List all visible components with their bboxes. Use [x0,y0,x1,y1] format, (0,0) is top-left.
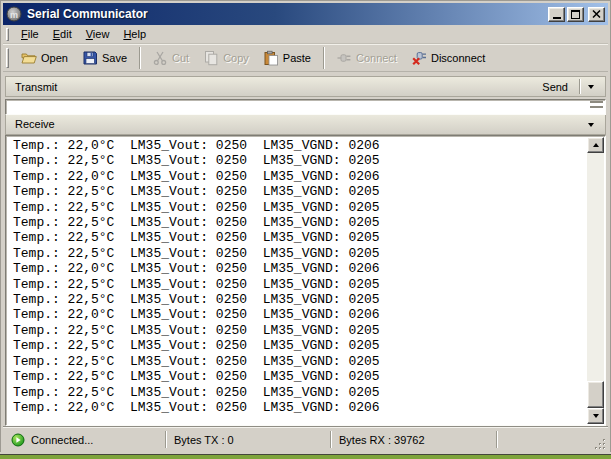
app-window: m Serial Communicator File Edit View Hel… [0,0,611,459]
menu-help[interactable]: Help [116,26,153,42]
transmit-header: Transmit Send [5,76,606,97]
receive-scrollbar[interactable] [587,137,604,424]
connection-status-text: Connected... [31,434,93,446]
receive-line: Temp.: 22,5°C LM35_Vout: 0250 LM35_VGND:… [13,292,587,307]
transmit-header-actions: Send [532,77,601,96]
status-empty-panel [497,427,608,452]
receive-line: Temp.: 22,5°C LM35_Vout: 0250 LM35_VGND:… [13,323,587,338]
transmit-input-row [5,97,606,113]
copy-button[interactable]: Copy [196,46,256,70]
connection-status-icon [11,433,25,447]
close-icon [592,10,601,18]
toolbar-gripper[interactable] [6,48,9,68]
receive-header-actions [581,114,601,134]
receive-line: Temp.: 22,5°C LM35_Vout: 0250 LM35_VGND:… [13,200,587,215]
cut-scissors-icon [152,50,168,66]
svg-text:m: m [10,10,18,20]
toolbar: Open Save Cut [3,44,608,72]
receive-line: Temp.: 22,0°C LM35_Vout: 0250 LM35_VGND:… [13,261,587,276]
receive-line: Temp.: 22,5°C LM35_Vout: 0250 LM35_VGND:… [13,153,587,168]
send-button[interactable]: Send [532,78,578,96]
disconnect-plug-icon [411,50,427,66]
window-bottom-edge [0,452,611,459]
menu-edit[interactable]: Edit [46,26,79,42]
arrow-down-icon [593,414,599,421]
receive-line: Temp.: 22,5°C LM35_Vout: 0250 LM35_VGND:… [13,230,587,245]
save-button-label: Save [102,52,127,64]
copy-button-label: Copy [223,52,249,64]
menu-view[interactable]: View [79,26,117,42]
paste-button-label: Paste [283,52,311,64]
chevron-down-icon [588,123,594,130]
receive-header: Receive [5,113,606,135]
receive-line: Temp.: 22,0°C LM35_Vout: 0250 LM35_VGND:… [13,307,587,322]
receive-header-label: Receive [15,118,55,130]
receive-line: Temp.: 22,5°C LM35_Vout: 0250 LM35_VGND:… [13,369,587,384]
connect-plug-icon [336,50,352,66]
receive-line: Temp.: 22,5°C LM35_Vout: 0250 LM35_VGND:… [13,184,587,199]
transmit-input[interactable] [5,99,606,115]
receive-line: Temp.: 22,5°C LM35_Vout: 0250 LM35_VGND:… [13,215,587,230]
bytes-rx-text: Bytes RX : 39762 [339,434,425,446]
receive-line: Temp.: 22,0°C LM35_Vout: 0250 LM35_VGND:… [13,400,587,415]
chevron-down-icon [588,85,594,92]
open-button[interactable]: Open [14,46,75,70]
bytes-tx-text: Bytes TX : 0 [174,434,234,446]
menu-bar: File Edit View Help [3,25,608,44]
scroll-down-button[interactable] [587,408,604,424]
save-button[interactable]: Save [75,46,134,70]
paste-button[interactable]: Paste [256,46,318,70]
receive-line: Temp.: 22,5°C LM35_Vout: 0250 LM35_VGND:… [13,385,587,400]
minimize-button[interactable] [548,7,565,22]
receive-line: Temp.: 22,5°C LM35_Vout: 0250 LM35_VGND:… [13,338,587,353]
save-floppy-icon [82,50,98,66]
paste-clipboard-icon [263,50,279,66]
receive-line: Temp.: 22,5°C LM35_Vout: 0250 LM35_VGND:… [13,246,587,261]
disconnect-button[interactable]: Disconnect [404,46,492,70]
menubar-gripper[interactable] [6,28,9,41]
maximize-button[interactable] [567,7,584,22]
receive-line: Temp.: 22,5°C LM35_Vout: 0250 LM35_VGND:… [13,354,587,369]
close-button[interactable] [588,7,605,22]
transmit-header-label: Transmit [15,81,57,93]
window-title: Serial Communicator [27,7,548,21]
minimize-icon [553,17,561,19]
status-bytes-tx: Bytes TX : 0 [166,427,330,452]
scroll-up-button[interactable] [587,137,604,153]
toolbar-separator [139,47,140,69]
copy-pages-icon [203,50,219,66]
receive-output[interactable]: Temp.: 22,0°C LM35_Vout: 0250 LM35_VGND:… [5,135,606,426]
cut-button-label: Cut [172,52,189,64]
receive-line: Temp.: 22,5°C LM35_Vout: 0250 LM35_VGND:… [13,277,587,292]
transmit-resize-grip-icon[interactable] [590,101,603,108]
disconnect-button-label: Disconnect [431,52,485,64]
scrollbar-thumb[interactable] [587,381,604,408]
maximize-icon [571,10,580,19]
status-bytes-rx: Bytes RX : 39762 [331,427,496,452]
toolbar-separator [323,47,324,69]
titlebar[interactable]: m Serial Communicator [3,3,608,25]
arrow-up-icon [593,140,599,147]
open-button-label: Open [41,52,68,64]
app-icon: m [6,6,22,22]
receive-log: Temp.: 22,0°C LM35_Vout: 0250 LM35_VGND:… [6,136,587,415]
resize-grip-icon[interactable] [594,438,606,450]
open-folder-icon [21,50,37,66]
receive-line: Temp.: 22,0°C LM35_Vout: 0250 LM35_VGND:… [13,138,587,153]
menu-file[interactable]: File [14,26,46,42]
receive-line: Temp.: 22,0°C LM35_Vout: 0250 LM35_VGND:… [13,169,587,184]
connect-button-label: Connect [356,52,397,64]
cut-button[interactable]: Cut [145,46,196,70]
window-controls [548,7,605,22]
connect-button[interactable]: Connect [329,46,404,70]
transmit-dropdown-button[interactable] [581,77,601,96]
receive-dropdown-button[interactable] [581,114,601,134]
send-separator [579,79,580,94]
status-connection: Connected... [3,427,165,452]
status-bar: Connected... Bytes TX : 0 Bytes RX : 397… [3,426,608,452]
